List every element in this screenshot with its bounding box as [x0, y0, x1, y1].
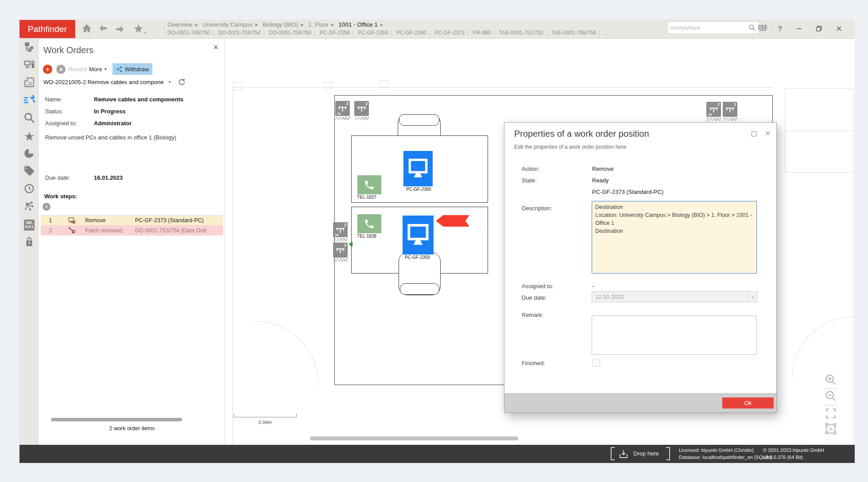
- drop-here-label[interactable]: Drop here: [633, 450, 659, 457]
- close-icon: ✕: [765, 130, 771, 137]
- maximize-icon: [751, 131, 757, 138]
- breadcrumb-item[interactable]: Biology (BIO): [263, 21, 298, 28]
- name-label: Name:: [45, 96, 62, 103]
- favorite-add-button[interactable]: ★+: [132, 21, 148, 36]
- tab-item[interactable]: PC-GF-2359: [358, 30, 388, 36]
- map-control-divider: [824, 405, 838, 405]
- tab-item[interactable]: PC-GF-2358: [320, 30, 350, 36]
- faint-detail: [380, 80, 388, 88]
- dialog-maximize-button[interactable]: [751, 131, 757, 139]
- plan-horizontal-scrollbar[interactable]: [310, 436, 518, 440]
- tab-item[interactable]: TAE-0001-751/752: [499, 30, 544, 36]
- work-step-row[interactable]: 2 Patch removed DO-0001-753/754 (Data Ou…: [41, 225, 223, 235]
- sidebar-item-reports[interactable]: [19, 145, 39, 163]
- work-order-flag-icon[interactable]: [436, 215, 469, 229]
- order-selector[interactable]: WO-20221005-2 Remove cables and compone …: [43, 79, 171, 85]
- sidebar-item-work-orders[interactable]: [19, 92, 39, 110]
- zoom-out-button[interactable]: [823, 389, 839, 405]
- panel-close-button[interactable]: ✕: [213, 43, 219, 51]
- minimize-button[interactable]: [793, 23, 805, 35]
- data-outlet-icon[interactable]: 2TP: [706, 102, 721, 117]
- panel-horizontal-scrollbar[interactable]: [51, 418, 182, 421]
- phone-device-icon[interactable]: [357, 214, 381, 233]
- add-work-order-button[interactable]: +: [43, 65, 52, 74]
- label-tool-button[interactable]: A: [823, 422, 839, 437]
- phone-device-icon[interactable]: [357, 175, 381, 194]
- breadcrumb-item[interactable]: University Campus: [202, 21, 252, 28]
- due-date-label: Due date:: [45, 174, 70, 181]
- dialog-close-button[interactable]: ✕: [765, 129, 771, 138]
- sidebar-item-floorplan[interactable]: [19, 74, 39, 92]
- fit-to-screen-button[interactable]: [823, 407, 839, 421]
- barcode-icon[interactable]: [758, 24, 767, 31]
- dropdown-caret-icon: ▼: [165, 80, 171, 84]
- action-label: Action:: [522, 166, 539, 172]
- work-step-row[interactable]: 1 Remove PC-GF-2373 (Standard-PC): [41, 215, 223, 225]
- sidebar-item-search[interactable]: [19, 110, 39, 127]
- sidebar-item-workstations[interactable]: [19, 57, 39, 74]
- restore-button[interactable]: [813, 23, 825, 35]
- refresh-button[interactable]: [178, 78, 186, 88]
- home-button[interactable]: [80, 23, 93, 36]
- status-bar: Drop here Licensed: tripunkt GmbH (Chris…: [19, 445, 855, 463]
- refresh-icon: [178, 80, 186, 88]
- sidebar-item-security[interactable]: [19, 234, 39, 251]
- help-button[interactable]: ?: [774, 23, 786, 35]
- zoom-in-button[interactable]: [823, 373, 839, 388]
- scale-bar: [233, 413, 297, 417]
- work-orders-tools-icon: [23, 94, 35, 108]
- tab-item-overflow[interactable]: ...: [604, 30, 608, 36]
- star-icon: ★: [23, 129, 35, 144]
- tab-item[interactable]: PC-GF-2360: [396, 30, 426, 36]
- finished-checkbox[interactable]: [593, 359, 600, 366]
- breadcrumb-item-current[interactable]: 1001 - Office 1: [338, 21, 377, 28]
- sidebar-item-topology[interactable]: [19, 39, 39, 57]
- state-label: State:: [522, 177, 537, 184]
- data-outlet-icon[interactable]: 2TP: [335, 101, 350, 116]
- close-window-button[interactable]: [833, 23, 845, 35]
- zoom-out-icon: [825, 390, 837, 404]
- tab-item[interactable]: PR-990: [473, 30, 491, 36]
- breadcrumb-item[interactable]: Overview: [167, 21, 192, 28]
- remark-textarea[interactable]: [592, 316, 757, 355]
- tab-item[interactable]: TAE-0001-755/756: [551, 30, 596, 36]
- tab-item[interactable]: DO-0001-749/750: [167, 30, 210, 36]
- add-work-step-button[interactable]: +: [43, 203, 50, 211]
- data-outlet-icon[interactable]: 2: [354, 101, 369, 116]
- titlebar-divider-2: [771, 22, 771, 36]
- faint-wall: [232, 87, 233, 445]
- due-date-value: 16.01.2023: [94, 174, 123, 181]
- sidebar-item-ip-networks[interactable]: 192.0.0.1: [19, 216, 39, 234]
- data-outlet-icon[interactable]: 2: [723, 102, 737, 117]
- breadcrumb-item[interactable]: 1. Floor: [308, 21, 329, 28]
- app-window: Pathfinder ★+ Overview▶ University Campu…: [0, 0, 868, 482]
- search-icon[interactable]: [748, 24, 756, 31]
- tab-separator: |: [426, 30, 433, 36]
- pc-device-icon[interactable]: [403, 151, 433, 186]
- sidebar-item-connections[interactable]: [19, 198, 39, 216]
- record-button[interactable]: [56, 65, 66, 74]
- description-textarea[interactable]: Destination Location: University Campus …: [592, 201, 757, 274]
- data-outlet-icon[interactable]: 2: [333, 243, 348, 258]
- tab-item[interactable]: DO-0001-753/754: [218, 30, 261, 36]
- door-arc: [255, 321, 319, 385]
- forward-button[interactable]: [114, 23, 126, 35]
- licensed-text: Licensed: tripunkt GmbH (Christin): [679, 447, 754, 453]
- dropdown-caret-icon: ▼: [104, 67, 107, 71]
- sidebar-item-history[interactable]: [19, 181, 39, 198]
- back-button[interactable]: [97, 23, 109, 35]
- search-input[interactable]: [670, 24, 748, 31]
- data-outlet-icon[interactable]: 2TP: [333, 222, 348, 237]
- patch-removed-icon: [60, 227, 85, 234]
- sidebar-item-favorites[interactable]: ★: [19, 127, 39, 145]
- due-date-select[interactable]: 12.10.2022 ∨: [592, 291, 757, 302]
- more-button[interactable]: More ▼: [89, 66, 107, 73]
- tab-item[interactable]: DO-0001-759/760: [269, 30, 311, 36]
- due-date-value: 12.10.2022: [592, 293, 748, 300]
- pc-device-icon[interactable]: [403, 216, 434, 254]
- tab-item[interactable]: PC-GF-2373: [434, 30, 465, 36]
- name-value: Remove cables and components: [94, 96, 183, 103]
- withdraw-button[interactable]: Withdraw: [112, 63, 152, 75]
- sidebar-item-tags[interactable]: [19, 163, 39, 181]
- ok-button[interactable]: Ok: [722, 397, 774, 409]
